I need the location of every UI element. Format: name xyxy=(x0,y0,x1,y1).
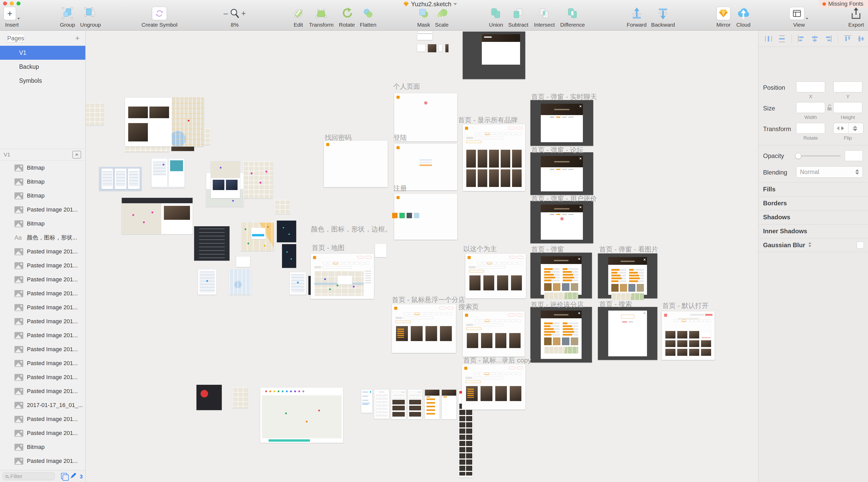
filter-input[interactable]: Filter xyxy=(3,473,55,480)
canvas-thumbnail[interactable] xyxy=(361,389,372,413)
flip-horizontal-button[interactable] xyxy=(834,123,848,133)
rotate-field[interactable] xyxy=(796,123,825,134)
zoom-controls[interactable]: – + 8% xyxy=(224,6,246,28)
duplicate-pages-icon[interactable] xyxy=(61,473,67,479)
scale-button[interactable]: Scale xyxy=(435,6,449,28)
artboard[interactable]: × xyxy=(530,201,593,243)
artboard-label[interactable]: 找回密码 xyxy=(325,133,351,142)
color-swatch[interactable] xyxy=(407,213,412,218)
artboard[interactable] xyxy=(324,141,388,187)
opacity-slider[interactable] xyxy=(796,155,841,156)
canvas-thumbnail[interactable] xyxy=(408,389,422,419)
canvas-thumbnail[interactable] xyxy=(445,44,448,52)
backward-button[interactable]: Backward xyxy=(651,6,675,28)
align-top-icon[interactable] xyxy=(844,35,851,43)
artboard-label[interactable]: 首页 - 弹窗 - 实时聊天 xyxy=(531,92,597,101)
flatten-button[interactable]: Flatten xyxy=(360,6,376,28)
flip-vertical-button[interactable] xyxy=(848,123,863,133)
canvas-thumbnail[interactable] xyxy=(439,44,442,52)
artboard-label[interactable]: 首页 - 默认打开 xyxy=(662,301,709,310)
flip-buttons[interactable] xyxy=(833,123,863,134)
artboard-label[interactable]: 首页 - 弹窗 - 论坛 xyxy=(531,146,583,155)
canvas-thumbnail[interactable] xyxy=(196,385,222,410)
canvas-thumbnail[interactable] xyxy=(236,256,250,267)
zoom-in-button[interactable]: + xyxy=(241,9,246,18)
ungroup-button[interactable]: Ungroup xyxy=(80,6,101,28)
canvas-thumbnail[interactable] xyxy=(194,226,229,261)
artboard[interactable]: × xyxy=(598,253,657,298)
canvas-thumbnail[interactable] xyxy=(391,389,406,419)
artboard-label[interactable]: 个人页面 xyxy=(393,82,420,91)
artboard-label[interactable]: 以这个为主 xyxy=(463,244,497,253)
width-field[interactable] xyxy=(796,102,825,113)
page-item-backup[interactable]: Backup xyxy=(0,60,85,74)
union-button[interactable]: Union xyxy=(489,6,503,28)
canvas-thumbnail[interactable] xyxy=(211,161,240,198)
canvas-thumbnail[interactable] xyxy=(243,161,273,198)
create-symbol-button[interactable]: Create Symbol xyxy=(142,6,178,28)
artboard-label[interactable]: 首页 - 鼠标悬浮一个分店 xyxy=(392,295,465,304)
align-center-h-icon[interactable] xyxy=(811,35,818,43)
artboard-label[interactable]: 首页 - 评价该分店 xyxy=(531,300,584,309)
artboard-label[interactable]: 首页 - 显示所有品牌 xyxy=(458,116,518,125)
artboard-label[interactable]: 首页 - 弹窗 - 用户评价 xyxy=(531,194,597,203)
color-swatch[interactable] xyxy=(414,213,419,218)
opacity-value-field[interactable] xyxy=(845,150,863,161)
distribute-vertically-icon[interactable] xyxy=(778,35,786,43)
artboard[interactable] xyxy=(463,32,525,79)
layer-row[interactable]: Pasted Image 201... xyxy=(0,370,85,384)
gaussian-blur-section[interactable]: Gaussian Blur xyxy=(758,238,868,252)
layer-row[interactable]: Bitmap xyxy=(0,440,85,454)
layer-row[interactable]: Bitmap xyxy=(0,217,85,231)
fills-section[interactable]: Fills xyxy=(758,182,868,196)
canvas-thumbnail[interactable] xyxy=(232,387,248,408)
canvas-thumbnail[interactable] xyxy=(260,387,343,443)
artboard[interactable]: × xyxy=(530,253,592,298)
layer-row[interactable]: Pasted Image 201... xyxy=(0,314,85,328)
layer-row[interactable]: Bitmap xyxy=(0,161,85,175)
artboard-label[interactable]: 首页 - 弹窗 xyxy=(531,245,564,254)
canvas-thumbnail[interactable] xyxy=(375,244,387,257)
canvas-thumbnail[interactable] xyxy=(428,44,436,52)
gaussian-blur-checkbox[interactable] xyxy=(857,242,864,249)
transform-button[interactable]: Transform xyxy=(309,6,334,28)
canvas-thumbnail[interactable] xyxy=(125,97,204,147)
artboard[interactable]: × xyxy=(530,307,592,363)
forward-button[interactable]: Forward xyxy=(627,6,647,28)
artboard-label[interactable]: 首页 - 搜索 xyxy=(599,300,632,309)
canvas-thumbnail[interactable] xyxy=(150,157,186,188)
canvas-thumbnail[interactable] xyxy=(417,31,432,33)
canvas-thumbnail[interactable] xyxy=(417,44,426,52)
canvas-thumbnail[interactable] xyxy=(86,103,104,125)
position-y-field[interactable] xyxy=(833,82,862,92)
color-swatch[interactable] xyxy=(399,213,405,218)
artboard[interactable]: × xyxy=(598,307,657,360)
layer-row[interactable]: Pasted Image 201... xyxy=(0,259,85,273)
artboard[interactable] xyxy=(394,144,457,190)
canvas-thumbnail[interactable] xyxy=(99,167,142,191)
artboard[interactable]: × xyxy=(530,152,593,195)
canvas-thumbnail[interactable] xyxy=(198,269,217,295)
canvas-thumbnail[interactable] xyxy=(229,269,251,295)
rotate-button[interactable]: Rotate xyxy=(339,6,355,28)
layer-row[interactable]: Pasted Image 201... xyxy=(0,245,85,259)
artboard-label[interactable]: 首页 - 弹窗 - 看图片 xyxy=(599,245,658,254)
layer-row[interactable]: Pasted Image 201... xyxy=(0,454,85,468)
intersect-button[interactable]: Intersect xyxy=(534,6,555,28)
group-button[interactable]: Group xyxy=(60,6,75,28)
minimize-window-button[interactable] xyxy=(10,2,14,5)
canvas-thumbnail[interactable] xyxy=(374,389,389,419)
shadows-section[interactable]: Shadows xyxy=(758,210,868,224)
align-right-icon[interactable] xyxy=(824,35,832,43)
artboard[interactable] xyxy=(463,124,525,191)
align-left-icon[interactable] xyxy=(798,35,805,43)
insert-button[interactable]: + Insert xyxy=(4,6,20,28)
canvas-thumbnail[interactable] xyxy=(289,272,306,295)
artboard[interactable] xyxy=(392,304,456,353)
canvas-thumbnail[interactable] xyxy=(275,200,290,214)
artboard-label[interactable]: 颜色，图标，形状，边框。 xyxy=(311,225,392,234)
add-page-button[interactable]: + xyxy=(75,34,80,43)
page-item-symbols[interactable]: Symbols xyxy=(0,74,85,88)
close-window-button[interactable] xyxy=(3,2,7,5)
canvas-thumbnail[interactable] xyxy=(282,244,296,268)
